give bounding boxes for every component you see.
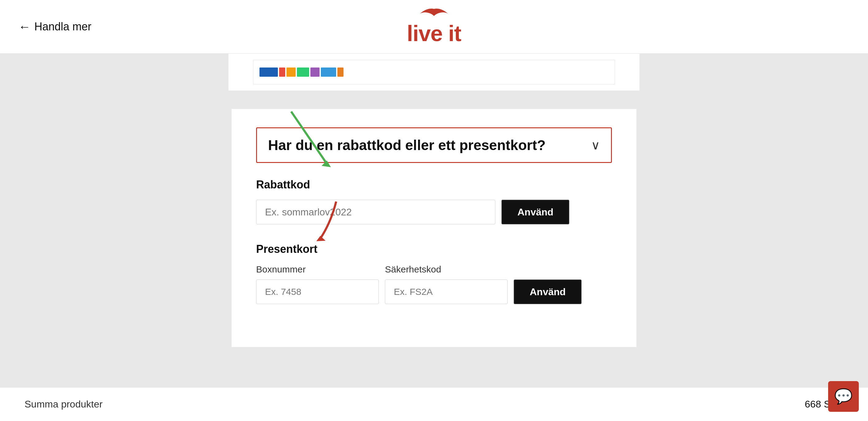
product-image-inner [259, 67, 343, 77]
rabattkod-section: Rabattkod Använd [256, 178, 612, 224]
presentkort-input-row: Boxnummer Säkerhetskod Använd [256, 264, 612, 304]
color-bar-red [279, 67, 285, 77]
boxnummer-input[interactable] [256, 279, 379, 304]
presentkort-label: Presentkort [256, 243, 612, 255]
color-bar-orange [286, 67, 296, 77]
back-arrow-icon: ← [19, 20, 31, 34]
color-bar-lightblue [321, 67, 336, 77]
section-header[interactable]: Har du en rabattkod eller ett presentkor… [256, 127, 612, 163]
main-card: Har du en rabattkod eller ett presentkor… [231, 109, 637, 347]
logo-text: live it [407, 21, 461, 46]
color-bar-blue [259, 67, 278, 77]
chevron-down-icon: ∨ [591, 138, 600, 152]
page-body: Har du en rabattkod eller ett presentkor… [0, 54, 868, 421]
presentkort-section: Presentkort Boxnummer Säkerhetskod Använ… [256, 243, 612, 304]
back-button[interactable]: ← Handla mer [19, 20, 91, 34]
content-wrapper: Har du en rabattkod eller ett presentkor… [228, 109, 640, 347]
chat-icon: 💬 [834, 388, 852, 405]
gray-divider [228, 91, 640, 109]
rabattkod-input-row: Använd [256, 200, 612, 224]
rabattkod-apply-button[interactable]: Använd [501, 200, 569, 224]
product-card-top [228, 54, 640, 91]
logo-bird-icon [418, 7, 450, 20]
sakerhetskod-input[interactable] [385, 279, 507, 304]
logo: live it [407, 7, 461, 46]
section-title: Har du en rabattkod eller ett presentkor… [268, 137, 546, 153]
sakerhetskod-group: Säkerhetskod [385, 264, 507, 304]
footer-bar: Summa produkter 668 SEK [0, 387, 868, 421]
summa-label: Summa produkter [25, 399, 102, 410]
color-bar-purple [310, 67, 319, 77]
header: ← Handla mer live it [0, 0, 868, 54]
color-bar-green [297, 67, 309, 77]
rabattkod-label: Rabattkod [256, 178, 612, 191]
back-label: Handla mer [34, 20, 91, 33]
product-image-placeholder [253, 60, 615, 84]
rabattkod-input[interactable] [256, 200, 495, 224]
presentkort-apply-button[interactable]: Använd [514, 279, 582, 304]
boxnummer-group: Boxnummer [256, 264, 379, 304]
sakerhetskod-label: Säkerhetskod [385, 264, 507, 275]
center-column: Har du en rabattkod eller ett presentkor… [228, 54, 640, 347]
chat-button[interactable]: 💬 [828, 381, 859, 412]
color-bar-darkorange [337, 67, 343, 77]
boxnummer-label: Boxnummer [256, 264, 379, 275]
